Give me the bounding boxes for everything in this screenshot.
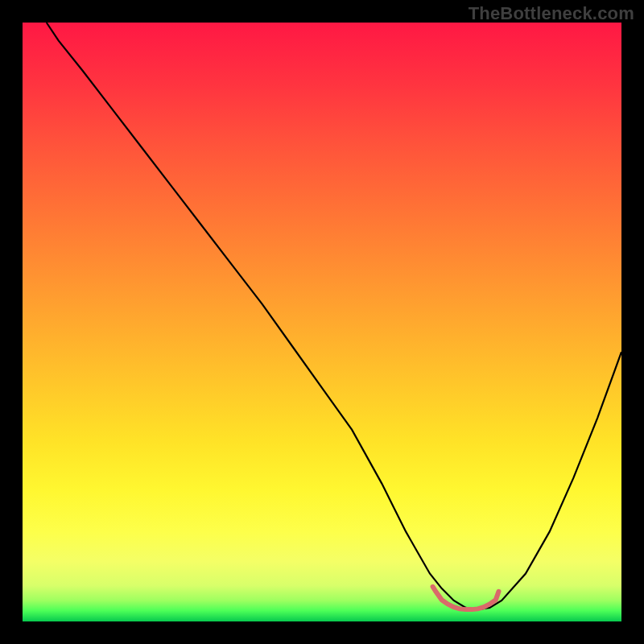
plot-background bbox=[23, 23, 621, 621]
watermark-text: TheBottleneck.com bbox=[469, 3, 634, 24]
bottleneck-chart: TheBottleneck.com bbox=[0, 0, 644, 644]
chart-svg bbox=[0, 0, 644, 644]
